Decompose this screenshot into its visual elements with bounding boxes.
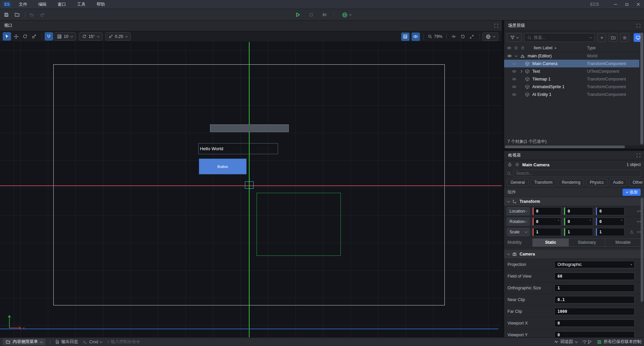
version-control-button[interactable]: 版本控制 bbox=[625, 339, 641, 345]
scale-dropdown[interactable]: Scale bbox=[507, 228, 530, 236]
scale-tool-button[interactable] bbox=[30, 32, 38, 41]
all-saved-indicator[interactable]: 所有已保存 bbox=[597, 339, 625, 345]
camera-section-header[interactable]: Camera bbox=[504, 250, 644, 259]
scene-slider-object[interactable] bbox=[210, 124, 289, 132]
expand-panel-icon[interactable] bbox=[494, 23, 498, 28]
inspector-search-input[interactable] bbox=[516, 171, 639, 176]
select-tool-button[interactable] bbox=[3, 32, 11, 41]
reset-view-button[interactable] bbox=[459, 33, 467, 41]
scale-y-input[interactable] bbox=[564, 228, 593, 236]
output-log-button[interactable]: 输出日志 bbox=[55, 339, 78, 345]
grid-snap-dropdown[interactable]: 10 bbox=[54, 32, 76, 41]
rotation-x-input[interactable] bbox=[532, 218, 561, 226]
orthographic-size-input[interactable] bbox=[554, 284, 635, 292]
expand-panel-icon[interactable] bbox=[636, 23, 641, 28]
snap-magnet-button[interactable] bbox=[45, 32, 53, 41]
play-button[interactable] bbox=[293, 10, 302, 19]
hierarchy-search-input[interactable] bbox=[534, 35, 588, 40]
filter-dropdown-button[interactable] bbox=[507, 33, 522, 42]
scale-x-input[interactable] bbox=[532, 228, 561, 236]
gear-icon[interactable] bbox=[515, 162, 520, 167]
scale-z-input[interactable] bbox=[596, 228, 625, 236]
tab-physics[interactable]: Physics bbox=[586, 179, 607, 186]
move-tool-button[interactable] bbox=[12, 32, 20, 41]
console-input[interactable]: 输入控制台命令 bbox=[107, 339, 140, 345]
visibility-eye-icon[interactable] bbox=[512, 69, 517, 74]
tree-row-tilemap[interactable]: Tilemap 1 TransformComponent bbox=[504, 75, 639, 83]
mobility-stationary[interactable]: Stationary bbox=[569, 239, 605, 246]
expand-chevron-icon[interactable] bbox=[514, 55, 518, 57]
close-button[interactable] bbox=[633, 0, 644, 9]
zoom-level[interactable]: 79% bbox=[426, 34, 444, 39]
visibility-eye-icon[interactable] bbox=[512, 92, 517, 97]
maximize-button[interactable] bbox=[621, 0, 633, 9]
location-y-input[interactable] bbox=[564, 207, 593, 215]
stats-waveform-button[interactable] bbox=[449, 33, 458, 41]
viewport-world-dropdown[interactable] bbox=[482, 33, 498, 41]
visibility-eye-icon[interactable] bbox=[507, 54, 512, 58]
cmd-dropdown[interactable]: Cmd bbox=[83, 340, 102, 344]
tree-row-animatedsprite[interactable]: AnimatedSprite 1 TransformComponent bbox=[504, 83, 639, 91]
menu-edit[interactable]: 编辑 bbox=[35, 0, 50, 9]
menu-file[interactable]: 文件 bbox=[15, 0, 31, 9]
unlock-icon[interactable] bbox=[507, 162, 512, 167]
rotation-y-input[interactable] bbox=[564, 218, 593, 226]
hierarchy-vertical-scrollbar[interactable] bbox=[640, 33, 643, 145]
item-label-column[interactable]: Item Label ▲ bbox=[534, 46, 557, 50]
tab-rendering[interactable]: Rendering bbox=[558, 179, 584, 186]
scene-button-object[interactable]: Button bbox=[199, 159, 247, 174]
hierarchy-settings-button[interactable] bbox=[620, 33, 629, 42]
tab-general[interactable]: General bbox=[507, 179, 529, 186]
rotate-tool-button[interactable] bbox=[21, 32, 29, 41]
redo-icon[interactable] bbox=[38, 10, 47, 19]
trace-dropdown[interactable]: 回追踪 bbox=[554, 339, 577, 345]
camera-selection-gizmo[interactable] bbox=[245, 181, 254, 189]
grid-toggle-button[interactable] bbox=[401, 33, 410, 41]
scene-text-object[interactable]: Hello World bbox=[198, 143, 278, 154]
type-column[interactable]: Type bbox=[587, 46, 596, 50]
scene-canvas[interactable]: Hello World Button x bbox=[0, 42, 502, 337]
tab-other[interactable]: Other bbox=[629, 179, 644, 186]
world-globe-button[interactable] bbox=[341, 10, 353, 19]
visibility-eye-icon[interactable] bbox=[512, 77, 517, 81]
network-wifi-icon[interactable] bbox=[582, 339, 587, 344]
tree-row-world[interactable]: main (Editor) World bbox=[504, 52, 639, 60]
rotation-dropdown[interactable]: Rotation bbox=[507, 218, 530, 226]
field-of-view-input[interactable] bbox=[554, 273, 635, 280]
scale-snap-dropdown[interactable]: 0.25 bbox=[105, 32, 131, 41]
rotation-z-input[interactable] bbox=[596, 218, 625, 226]
expand-panel-icon[interactable] bbox=[636, 153, 641, 158]
tab-transform[interactable]: Transform bbox=[531, 179, 556, 186]
rotate-snap-dropdown[interactable]: 15° bbox=[79, 32, 103, 41]
step-button[interactable] bbox=[320, 10, 329, 19]
add-component-button[interactable]: + 添加 bbox=[623, 189, 641, 196]
undo-icon[interactable] bbox=[27, 10, 36, 19]
tab-audio[interactable]: Audio bbox=[609, 179, 627, 186]
content-drawer-button[interactable]: 内容侧滑菜单 bbox=[3, 339, 45, 345]
git-branch-icon[interactable] bbox=[587, 340, 592, 344]
minimize-button[interactable] bbox=[610, 0, 621, 9]
tree-row-ai-entity[interactable]: AI Entity 1 TransformComponent bbox=[504, 91, 639, 98]
far-clip-input[interactable] bbox=[554, 308, 635, 315]
location-z-input[interactable] bbox=[596, 207, 625, 215]
expand-chevron-icon[interactable] bbox=[519, 70, 523, 72]
open-folder-icon[interactable] bbox=[13, 10, 21, 19]
scene-green-rect[interactable] bbox=[257, 193, 341, 256]
mobility-movable[interactable]: Movable bbox=[605, 239, 641, 246]
location-x-input[interactable] bbox=[532, 207, 561, 215]
tree-row-text[interactable]: Text UITextComponent bbox=[504, 67, 639, 75]
visibility-eye-icon[interactable] bbox=[512, 84, 517, 89]
hierarchy-horizontal-scrollbar[interactable] bbox=[504, 145, 644, 149]
location-dropdown[interactable]: Location bbox=[507, 207, 530, 215]
fullscreen-button[interactable] bbox=[468, 33, 476, 41]
menu-help[interactable]: 帮助 bbox=[93, 0, 109, 9]
add-folder-button[interactable] bbox=[609, 33, 618, 42]
transform-section-header[interactable]: Transform bbox=[504, 197, 644, 206]
inspector-vertical-scrollbar[interactable] bbox=[641, 198, 643, 302]
visibility-eye-icon[interactable] bbox=[512, 61, 517, 66]
near-clip-input[interactable] bbox=[554, 296, 635, 303]
mobility-static[interactable]: Static bbox=[533, 239, 569, 246]
visibility-toggle-button[interactable] bbox=[412, 33, 420, 41]
app-logo[interactable]: ES bbox=[3, 1, 11, 8]
unlock-icon[interactable] bbox=[630, 230, 634, 234]
